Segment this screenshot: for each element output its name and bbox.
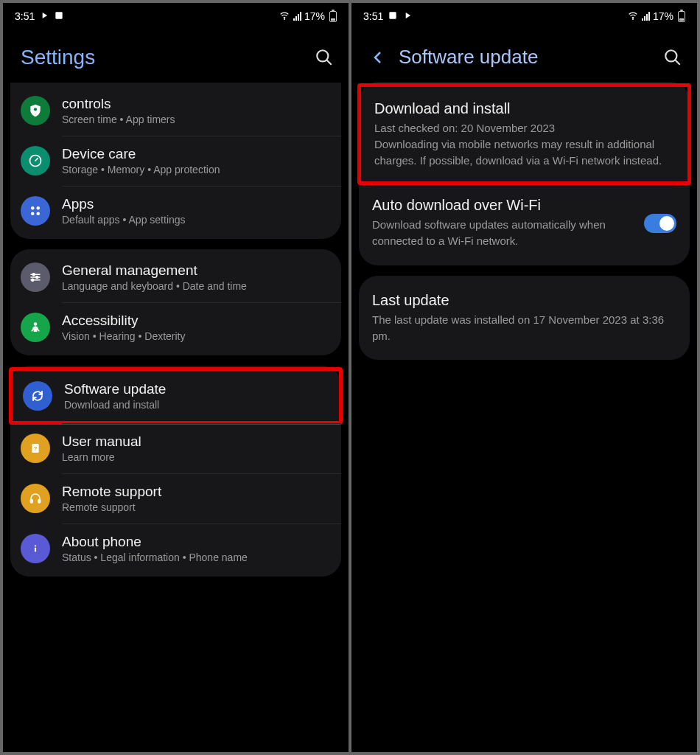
item-subtitle: Default apps • App settings [62,214,328,226]
status-time: 3:51 [15,10,35,22]
svg-point-26 [665,50,676,61]
status-icon [54,10,64,23]
update-card-main: Download and install Last checked on: 20… [359,82,690,265]
svg-rect-20 [38,500,41,504]
header: Software update [351,29,697,82]
item-title: Download and install [374,100,674,117]
update-card-last: Last update The last update was installe… [359,276,690,361]
item-subtitle: Status • Legal information • Phone name [62,552,328,563]
phone-software-update: 3:51 17% Software update [351,3,697,752]
search-icon[interactable] [663,48,682,67]
svg-point-4 [34,108,37,111]
settings-item-remote-support[interactable]: Remote supportRemote support [10,473,341,523]
signal-icon [293,12,301,21]
update-content: Download and install Last checked on: 20… [351,82,697,752]
shield-icon [21,96,50,125]
page-title: Software update [399,46,651,69]
svg-point-16 [34,322,38,326]
status-bar: 3:51 17% [3,3,349,29]
gauge-icon [21,146,50,175]
settings-item-controls[interactable]: controlsScreen time • App timers [10,86,341,136]
settings-item-device-care[interactable]: Device careStorage • Memory • App protec… [10,136,341,186]
wifi-icon [627,10,639,23]
svg-rect-19 [30,500,32,504]
header: Settings [3,29,349,83]
item-sub: Downloading via mobile networks may resu… [374,136,674,169]
search-icon[interactable] [315,48,334,67]
settings-item-about-phone[interactable]: About phoneStatus • Legal information • … [10,523,341,574]
battery-icon [329,11,337,22]
item-subtitle: Learn more [62,451,328,463]
headset-icon [21,484,50,513]
item-title: User manual [62,434,328,450]
item-title: Software update [64,381,326,397]
wifi-toggle[interactable] [644,214,676,233]
auto-download-wifi[interactable]: Auto download over Wi-Fi Download softwa… [359,184,690,262]
svg-rect-0 [56,12,63,18]
status-bar: 3:51 17% [351,3,697,29]
item-subtitle: Vision • Hearing • Dexterity [62,330,328,342]
settings-list[interactable]: controlsScreen time • App timersDevice c… [3,83,349,752]
item-subtitle: Download and install [64,399,326,411]
battery-icon [678,11,685,22]
status-icon [388,10,398,23]
svg-rect-24 [390,12,396,18]
item-subtitle: Storage • Memory • App protection [62,164,328,175]
svg-point-2 [317,50,328,61]
info-icon [21,534,50,563]
person-icon [21,313,50,342]
download-and-install[interactable]: Download and install Last checked on: 20… [357,83,691,185]
svg-text:?: ? [34,445,38,452]
settings-item-apps[interactable]: AppsDefault apps • App settings [10,186,341,236]
settings-item-software-update[interactable]: Software updateDownload and install [9,367,343,425]
wifi-icon [279,10,290,23]
item-title: Device care [62,146,328,162]
settings-item-general-management[interactable]: General managementLanguage and keyboard … [10,252,341,302]
item-title: Apps [62,196,328,212]
item-title: Auto download over Wi-Fi [372,197,634,214]
svg-point-25 [632,18,633,19]
item-title: controls [62,96,328,112]
item-sub: The last update was installed on 17 Nove… [372,312,676,344]
svg-point-7 [37,206,41,210]
book-icon: ? [21,434,50,463]
item-title: About phone [62,534,328,550]
item-subtitle: Language and keyboard • Date and time [62,280,328,292]
item-subtitle: Screen time • App timers [62,114,328,125]
settings-group: controlsScreen time • App timersDevice c… [10,83,341,239]
settings-group: Software updateDownload and install?User… [10,366,341,577]
item-title: Remote support [62,484,328,500]
status-icon [402,10,413,23]
back-button[interactable] [369,49,387,66]
item-title: Accessibility [62,313,328,329]
svg-point-9 [37,212,41,216]
svg-point-22 [35,545,36,546]
signal-icon [642,12,650,21]
svg-point-13 [32,274,35,276]
item-title: Last update [372,292,676,309]
settings-item-user-manual[interactable]: ?User manualLearn more [10,423,341,473]
page-title: Settings [21,46,303,69]
item-sub: Last checked on: 20 November 2023 [374,120,674,136]
settings-item-accessibility[interactable]: AccessibilityVision • Hearing • Dexterit… [10,302,341,352]
status-time: 3:51 [363,10,383,22]
last-update[interactable]: Last update The last update was installe… [359,279,690,358]
phone-settings: 3:51 17% Settings controlsScreen time • … [3,3,349,752]
status-icon [39,10,49,23]
refresh-icon [23,381,52,411]
svg-point-1 [284,18,284,19]
battery-pct: 17% [653,10,673,22]
item-title: General management [62,262,328,279]
sliders-icon [21,262,50,292]
item-subtitle: Remote support [62,501,328,513]
item-sub: Download software updates automatically … [372,217,634,249]
svg-point-6 [31,206,35,210]
settings-group: General managementLanguage and keyboard … [10,249,341,355]
svg-line-27 [675,60,680,65]
svg-rect-23 [35,548,36,552]
svg-point-14 [36,276,38,279]
battery-pct: 17% [304,10,325,22]
svg-point-15 [32,279,34,281]
svg-point-8 [31,212,35,216]
svg-line-3 [326,60,332,65]
